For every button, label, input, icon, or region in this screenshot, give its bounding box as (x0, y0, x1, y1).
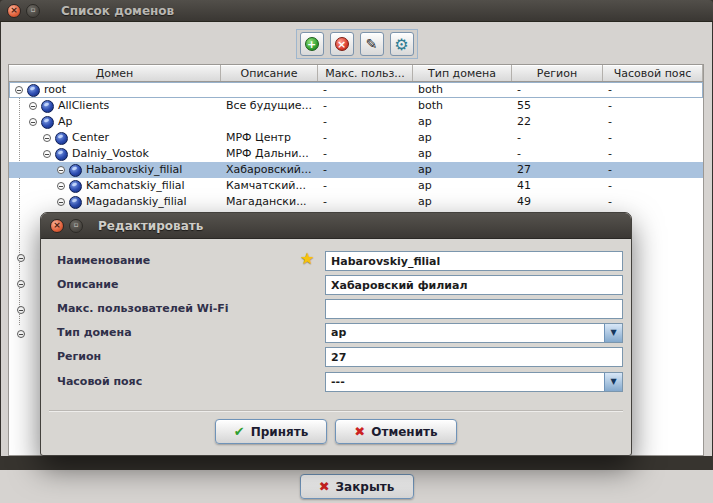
cell-type: both (413, 98, 512, 114)
column-header-timezone[interactable]: Часовой пояс (603, 65, 703, 81)
cell-region: - (512, 82, 603, 98)
tree-expander-icon[interactable] (57, 198, 65, 206)
tree-expander-icon[interactable] (17, 306, 25, 314)
dialog-button-row: ✔ Принять ✖ Отменить (41, 419, 631, 444)
tree-expander-icon[interactable] (57, 182, 65, 190)
edit-dialog: × ▫ Редактировать Наименование ★ Описани… (40, 212, 632, 456)
tree-cell: Kamchatskiy_filial (9, 178, 221, 194)
table-row[interactable]: Magadanskiy_filial Магадански... - ap 49… (9, 194, 703, 210)
domain-type-select[interactable]: ap ▼ (325, 323, 623, 343)
table-row[interactable]: AllClients Все будущие... - both 55 - (9, 98, 703, 114)
form-row-timezone: Часовой пояс --- ▼ (41, 372, 631, 392)
name-field[interactable] (325, 251, 623, 271)
table-row[interactable]: Center МРФ Центр - ap - - (9, 130, 703, 146)
combo-arrow-button[interactable]: ▼ (604, 373, 622, 391)
table-row[interactable]: root - both - - (9, 82, 703, 98)
domain-name: Center (72, 130, 109, 146)
column-header-region[interactable]: Регион (512, 65, 603, 81)
cell-timezone: - (603, 194, 703, 210)
tree-expander-icon[interactable] (17, 254, 25, 262)
column-header-domain[interactable]: Домен (9, 65, 221, 81)
form-row-max-users: Макс. пользователей Wi-Fi (41, 299, 631, 319)
window-close-icon[interactable]: × (7, 4, 21, 18)
tree-cell: Habarovskiy_filial (9, 162, 221, 178)
dialog-separator (49, 410, 623, 412)
accept-button[interactable]: ✔ Принять (215, 419, 327, 444)
dialog-close-icon[interactable]: × (50, 219, 64, 233)
cell-timezone: - (603, 98, 703, 114)
domain-name: Dalniy_Vostok (72, 146, 149, 162)
table-row-selected[interactable]: Habarovskiy_filial Хабаровский... - ap 2… (9, 162, 703, 178)
close-button[interactable]: ✖ Закрыть (300, 474, 414, 499)
gear-icon: ⚙ (394, 35, 408, 54)
table-row[interactable]: Kamchatskiy_filial Камчатский... - ap 41… (9, 178, 703, 194)
domain-icon (41, 116, 54, 129)
cell-type: ap (413, 114, 512, 130)
domain-toolbar: + × ✎ ⚙ (296, 29, 418, 59)
region-label: Регион (57, 347, 101, 367)
domain-name: Habarovskiy_filial (86, 162, 182, 178)
domain-name: root (44, 82, 66, 98)
region-field[interactable] (325, 347, 623, 367)
table-row[interactable]: Ap - ap 22 - (9, 114, 703, 130)
cell-max-users: - (318, 114, 413, 130)
cell-type: both (413, 82, 512, 98)
edit-domain-button[interactable]: ✎ (360, 32, 384, 56)
table-header: Домен Описание Макс. польз... Тип домена… (9, 65, 703, 82)
timezone-value: --- (331, 373, 345, 391)
domain-name: Kamchatskiy_filial (86, 178, 185, 194)
domain-type-label: Тип домена (57, 323, 132, 343)
tree-expander-icon[interactable] (29, 118, 37, 126)
column-header-type[interactable]: Тип домена (413, 65, 512, 81)
chevron-down-icon: ▼ (610, 378, 616, 386)
footer-panel: ✖ Закрыть (0, 470, 713, 503)
chevron-down-icon: ▼ (610, 329, 616, 337)
tree-expander-icon[interactable] (17, 330, 25, 338)
add-domain-button[interactable]: + (300, 32, 324, 56)
column-header-max-users[interactable]: Макс. польз... (318, 65, 413, 81)
domain-list-window: × ▫ Список доменов + × ✎ ⚙ Домен Описани… (0, 0, 713, 503)
tree-expander-icon[interactable] (43, 134, 51, 142)
cancel-button-label: Отменить (371, 425, 437, 439)
cell-timezone: - (603, 82, 703, 98)
column-header-description[interactable]: Описание (221, 65, 318, 81)
cancel-button[interactable]: ✖ Отменить (335, 419, 457, 444)
form-row-domain-type: Тип домена ap ▼ (41, 323, 631, 343)
cell-description (221, 82, 318, 98)
tree-expander-icon[interactable] (57, 166, 65, 174)
domain-icon (27, 84, 40, 97)
combo-arrow-button[interactable]: ▼ (604, 324, 622, 342)
table-row[interactable]: Dalniy_Vostok МРФ Дальни... - ap - - (9, 146, 703, 162)
cell-region: - (512, 146, 603, 162)
domain-name: AllClients (58, 98, 109, 114)
accept-button-label: Принять (251, 425, 309, 439)
delete-domain-button[interactable]: × (330, 32, 354, 56)
domain-icon (69, 180, 82, 193)
domain-icon (69, 164, 82, 177)
cell-description: Камчатский... (221, 178, 318, 194)
cell-type: ap (413, 178, 512, 194)
tree-expander-icon[interactable] (15, 86, 23, 94)
form-row-description: Описание (41, 275, 631, 295)
max-users-label: Макс. пользователей Wi-Fi (57, 299, 229, 319)
description-field[interactable] (325, 275, 623, 295)
form-row-name: Наименование ★ (41, 251, 631, 271)
domain-icon (55, 132, 68, 145)
cross-icon: ✖ (354, 424, 365, 439)
dialog-menu-icon[interactable]: ▫ (69, 219, 83, 233)
cell-type: ap (413, 130, 512, 146)
domain-settings-button[interactable]: ⚙ (390, 32, 414, 56)
tree-expander-icon[interactable] (43, 150, 51, 158)
max-users-field[interactable] (325, 299, 623, 319)
window-menu-icon[interactable]: ▫ (26, 4, 40, 18)
tree-expander-icon[interactable] (29, 102, 37, 110)
pencil-icon: ✎ (366, 36, 378, 52)
domain-type-value: ap (331, 324, 346, 342)
tree-expander-icon[interactable] (17, 280, 25, 288)
cell-description: Все будущие... (221, 98, 318, 114)
tree-cell: Ap (9, 114, 221, 130)
plus-icon: + (305, 37, 319, 51)
timezone-select[interactable]: --- ▼ (325, 372, 623, 392)
star-icon: ★ (300, 249, 314, 268)
cell-region: 22 (512, 114, 603, 130)
